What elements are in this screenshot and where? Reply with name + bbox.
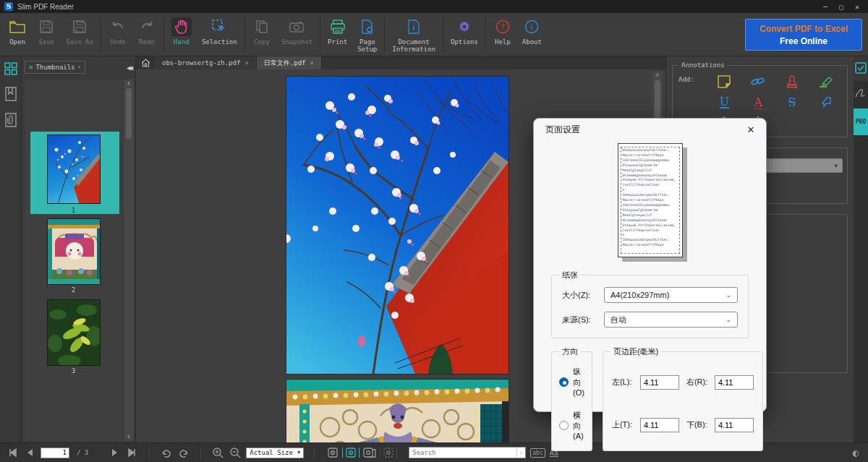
thumbnail-page-number: 3 bbox=[25, 367, 122, 375]
whole-word-toggle[interactable]: abc bbox=[530, 448, 545, 458]
rotate-clockwise-button[interactable] bbox=[160, 446, 173, 459]
dialog-close-button[interactable]: ✕ bbox=[743, 124, 759, 135]
collapse-sidebar-button[interactable]: ◀◀ bbox=[127, 64, 132, 72]
thumbnail-list: 1 bbox=[25, 80, 122, 441]
previous-page-button[interactable] bbox=[23, 446, 36, 459]
snapshot-button[interactable]: Snapshot bbox=[276, 14, 318, 56]
title-bar: S Slim PDF Reader ─ ▢ ✕ bbox=[0, 0, 868, 13]
selection-tool-button[interactable]: Selection bbox=[197, 14, 242, 56]
last-page-button[interactable] bbox=[126, 446, 139, 459]
toolbar-separator bbox=[320, 17, 320, 53]
toolbar-separator bbox=[485, 17, 486, 53]
page-setup-dialog: 页面设置 ✕ Dhsuvsuibsrpsufdilfsnsr, Maicsrri… bbox=[533, 118, 767, 412]
size-label: 大小(Z): bbox=[562, 290, 604, 301]
thumbnails-scrollbar[interactable]: ∧ ∨ bbox=[124, 80, 134, 441]
search-next-button[interactable]: › bbox=[516, 449, 525, 456]
tab-richang-wenjian[interactable]: 日常文件.pdf × bbox=[257, 56, 322, 69]
toolbar-separator bbox=[244, 17, 245, 53]
maximize-button[interactable]: ▢ bbox=[839, 3, 843, 11]
minimize-button[interactable]: ─ bbox=[823, 3, 827, 11]
redo-button[interactable]: Redo bbox=[132, 14, 161, 56]
first-page-button[interactable] bbox=[6, 446, 19, 459]
home-tab-button[interactable] bbox=[136, 56, 155, 69]
toolbar-separator bbox=[101, 17, 101, 53]
underline-annotation-button[interactable]: U bbox=[707, 95, 741, 109]
document-information-icon bbox=[408, 17, 420, 36]
portrait-radio[interactable]: 纵向(O) bbox=[559, 367, 584, 397]
zoom-out-button[interactable] bbox=[229, 446, 242, 459]
toolbar-separator bbox=[163, 17, 164, 53]
selection-icon bbox=[212, 17, 226, 36]
margin-right-input[interactable] bbox=[715, 375, 754, 390]
margin-bottom-input[interactable] bbox=[715, 418, 754, 432]
help-button[interactable]: ? Help bbox=[488, 14, 517, 56]
undo-button[interactable]: Undo bbox=[103, 14, 132, 56]
scroll-down-icon[interactable]: ∨ bbox=[127, 434, 131, 440]
thumbnail-page-2[interactable] bbox=[47, 218, 101, 285]
search-input[interactable] bbox=[409, 449, 516, 456]
convert-pdf-to-excel-button[interactable]: Convert PDF to Excel Free Online bbox=[745, 19, 862, 51]
rotate-counterclockwise-button[interactable] bbox=[177, 446, 190, 459]
thumbnail-page-3[interactable] bbox=[47, 299, 101, 366]
chevron-down-icon: ⌄ bbox=[726, 316, 731, 323]
document-information-button[interactable]: Document Information bbox=[387, 14, 441, 56]
thumbnail-page-1[interactable] bbox=[47, 134, 101, 204]
undo-icon bbox=[111, 17, 125, 36]
view-continuous-button[interactable] bbox=[342, 448, 359, 458]
link-annotation-button[interactable] bbox=[741, 74, 775, 89]
options-gear-icon bbox=[457, 17, 472, 36]
toolbar-separator bbox=[443, 17, 443, 53]
print-button[interactable]: Print bbox=[323, 14, 352, 56]
zoom-in-button[interactable] bbox=[211, 446, 224, 459]
theme-toggle-button[interactable]: ◐ bbox=[849, 446, 862, 459]
scroll-up-icon[interactable]: ∧ bbox=[656, 72, 660, 78]
thumbnails-panel-toggle[interactable] bbox=[4, 62, 17, 75]
hand-tool-button[interactable]: Hand bbox=[166, 14, 197, 56]
squiggly-annotation-button[interactable]: A bbox=[741, 95, 775, 109]
chevron-down-icon: ▼ bbox=[297, 450, 300, 455]
paper-size-dropdown[interactable]: A4(210x297mm) ⌄ bbox=[604, 287, 738, 303]
paper-group: 纸张 大小(Z): A4(210x297mm) ⌄ 来源(S): 自动 ⌄ bbox=[551, 275, 749, 338]
open-button[interactable]: Open bbox=[3, 14, 32, 56]
sticky-note-annotation-button[interactable] bbox=[707, 74, 741, 89]
bookmarks-panel-toggle[interactable] bbox=[5, 87, 17, 101]
paper-source-dropdown[interactable]: 自动 ⌄ bbox=[604, 312, 738, 328]
annotations-toggle-button[interactable] bbox=[855, 62, 867, 74]
about-button[interactable]: i About bbox=[517, 14, 547, 56]
page-setup-icon bbox=[360, 17, 375, 36]
tab-close-icon[interactable]: × bbox=[310, 59, 313, 67]
signature-tool-button[interactable] bbox=[855, 88, 867, 98]
margin-top-input[interactable] bbox=[640, 418, 679, 432]
page-number-input[interactable] bbox=[41, 448, 69, 458]
save-button[interactable]: Save bbox=[32, 14, 61, 56]
stamp-annotation-button[interactable] bbox=[775, 74, 809, 89]
close-button[interactable]: ✕ bbox=[855, 3, 859, 11]
scroll-up-icon[interactable]: ∧ bbox=[127, 81, 131, 87]
landscape-radio[interactable]: 横向(A) bbox=[559, 410, 584, 440]
view-single-page-button[interactable] bbox=[325, 448, 341, 458]
scrollbar-thumb[interactable] bbox=[655, 80, 660, 121]
view-facing-continuous-button[interactable] bbox=[380, 448, 397, 458]
strikeout-annotation-button[interactable]: S bbox=[775, 95, 809, 109]
margin-left-input[interactable] bbox=[640, 375, 679, 390]
thumbnails-dropdown[interactable]: ≡ Thumbnails ▾ bbox=[25, 61, 85, 74]
tab-close-icon[interactable]: × bbox=[244, 59, 248, 67]
attachments-panel-toggle[interactable] bbox=[5, 113, 17, 127]
margins-group: 页边距(毫米) 左(L): 右(R): 上(T): 下(B): bbox=[603, 351, 763, 451]
save-as-button[interactable]: Save As bbox=[61, 14, 98, 56]
pro-badge[interactable]: PRO bbox=[854, 108, 868, 135]
view-facing-button[interactable] bbox=[361, 448, 378, 458]
next-page-button[interactable] bbox=[109, 446, 122, 459]
help-icon: ? bbox=[495, 17, 510, 36]
page-setup-button[interactable]: Page Setup bbox=[352, 14, 382, 56]
copy-button[interactable]: Copy bbox=[247, 14, 276, 56]
options-button[interactable]: Options bbox=[446, 14, 483, 56]
right-tool-strip: PRO bbox=[854, 56, 868, 442]
thumbnail-page-number: 1 bbox=[25, 207, 122, 214]
highlight-annotation-button[interactable] bbox=[809, 74, 843, 89]
margin-left-label: 左(L): bbox=[612, 377, 637, 388]
callout-annotation-button[interactable] bbox=[809, 95, 843, 109]
tab-obs-browsertg-zh[interactable]: obs-browsertg-zh.pdf × bbox=[155, 56, 257, 69]
zoom-level-dropdown[interactable]: Actual Size ▼ bbox=[246, 448, 304, 458]
scrollbar-thumb[interactable] bbox=[126, 88, 132, 139]
